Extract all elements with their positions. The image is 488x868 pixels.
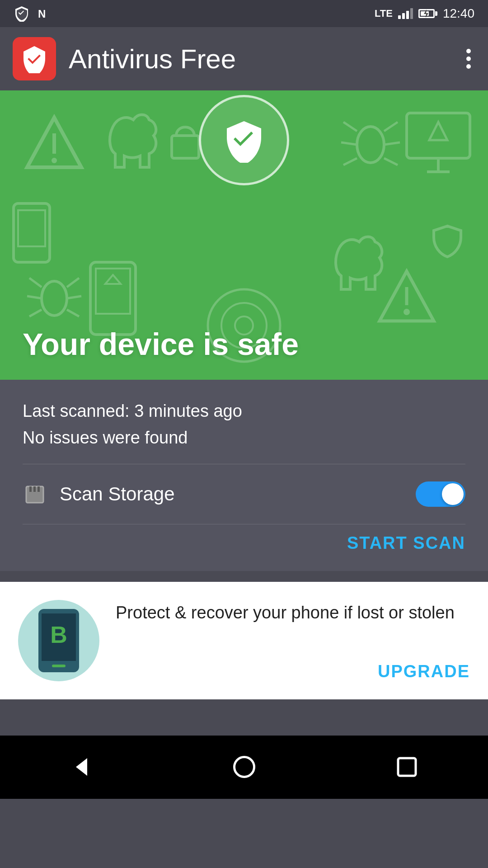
svg-line-12 bbox=[384, 158, 398, 165]
svg-rect-42 bbox=[52, 665, 66, 667]
upgrade-icon-circle: B bbox=[18, 600, 99, 681]
svg-marker-34 bbox=[105, 275, 121, 284]
svg-rect-32 bbox=[90, 262, 136, 335]
svg-line-25 bbox=[67, 310, 79, 316]
scan-storage-left: Scan Storage bbox=[23, 482, 175, 506]
battery-icon bbox=[418, 9, 437, 18]
recent-button[interactable] bbox=[389, 749, 425, 785]
toggle-thumb bbox=[442, 483, 464, 505]
svg-line-7 bbox=[343, 122, 357, 131]
svg-line-8 bbox=[384, 122, 398, 131]
sd-card-icon bbox=[23, 482, 47, 506]
svg-line-22 bbox=[27, 296, 42, 298]
scan-storage-label: Scan Storage bbox=[60, 483, 175, 505]
hero-banner: Your device is safe bbox=[0, 90, 488, 380]
last-scanned-text: Last scanned: 3 minutes ago No issues we… bbox=[23, 398, 465, 451]
divider-1 bbox=[23, 464, 465, 464]
hero-status-text: Your device is safe bbox=[23, 326, 299, 362]
bottom-spacer bbox=[0, 699, 488, 736]
lte-label: LTE bbox=[375, 8, 393, 19]
status-bar: N LTE 12:40 bbox=[0, 0, 488, 27]
scan-storage-row: Scan Storage bbox=[23, 477, 465, 511]
svg-point-31 bbox=[404, 309, 410, 315]
svg-point-44 bbox=[234, 757, 254, 777]
upgrade-promo-text: Protect & recover your phone if lost or … bbox=[116, 600, 470, 626]
svg-rect-38 bbox=[38, 486, 40, 492]
more-options-button[interactable] bbox=[462, 44, 475, 73]
svg-rect-36 bbox=[29, 486, 32, 492]
divider-2 bbox=[23, 524, 465, 524]
home-button[interactable] bbox=[226, 749, 262, 785]
svg-line-23 bbox=[67, 296, 81, 298]
shield-status-icon bbox=[14, 5, 30, 22]
svg-line-11 bbox=[343, 158, 357, 165]
svg-line-24 bbox=[29, 310, 42, 316]
n-status-icon: N bbox=[36, 7, 50, 20]
svg-rect-37 bbox=[33, 486, 36, 492]
upgrade-card: B Protect & recover your phone if lost o… bbox=[0, 582, 488, 699]
svg-rect-5 bbox=[172, 136, 199, 158]
svg-rect-45 bbox=[398, 758, 416, 776]
svg-marker-43 bbox=[76, 758, 87, 776]
svg-text:B: B bbox=[50, 622, 67, 648]
svg-line-20 bbox=[29, 278, 42, 287]
status-bar-left-icons: N bbox=[14, 5, 50, 22]
svg-rect-18 bbox=[18, 210, 45, 246]
app-bar: Antivirus Free bbox=[0, 27, 488, 90]
signal-icon bbox=[398, 8, 413, 19]
svg-line-10 bbox=[384, 142, 400, 145]
app-icon bbox=[13, 37, 56, 80]
scan-storage-toggle[interactable] bbox=[416, 481, 465, 507]
app-bar-left: Antivirus Free bbox=[13, 37, 236, 80]
svg-line-21 bbox=[67, 278, 79, 287]
info-card: Last scanned: 3 minutes ago No issues we… bbox=[0, 380, 488, 571]
svg-text:N: N bbox=[38, 8, 46, 20]
upgrade-content: Protect & recover your phone if lost or … bbox=[116, 600, 470, 681]
nav-bar bbox=[0, 736, 488, 799]
status-bar-right-icons: LTE 12:40 bbox=[375, 6, 474, 21]
svg-point-4 bbox=[52, 158, 57, 163]
app-title: Antivirus Free bbox=[69, 43, 236, 75]
svg-marker-1 bbox=[424, 9, 428, 18]
back-button[interactable] bbox=[63, 749, 99, 785]
svg-marker-16 bbox=[429, 122, 447, 140]
svg-point-19 bbox=[42, 281, 67, 316]
svg-point-6 bbox=[357, 127, 384, 163]
shield-circle bbox=[199, 95, 289, 185]
upgrade-button[interactable]: UPGRADE bbox=[378, 662, 470, 681]
start-scan-row: START SCAN bbox=[23, 533, 465, 557]
start-scan-button[interactable]: START SCAN bbox=[347, 533, 465, 553]
clock: 12:40 bbox=[443, 6, 474, 21]
svg-line-9 bbox=[341, 142, 357, 145]
